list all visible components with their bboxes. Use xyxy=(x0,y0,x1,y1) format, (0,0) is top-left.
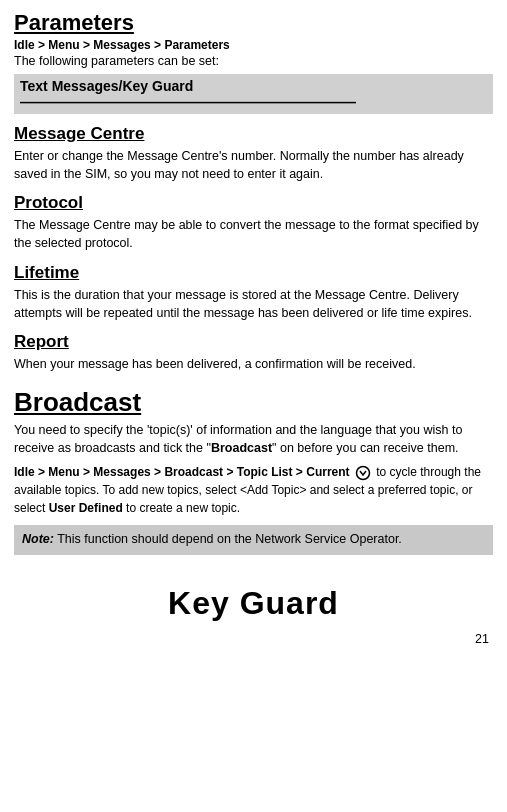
broadcast-nav-path: Idle > Menu > Messages > Broadcast > Top… xyxy=(14,465,350,479)
svg-point-0 xyxy=(356,466,369,479)
note-box: Note: This function should depend on the… xyxy=(14,525,493,555)
lifetime-heading: Lifetime xyxy=(14,263,493,283)
broadcast-nav: Idle > Menu > Messages > Broadcast > Top… xyxy=(14,463,493,517)
report-text: When your message has been delivered, a … xyxy=(14,355,493,373)
protocol-heading: Protocol xyxy=(14,193,493,213)
breadcrumb: Idle > Menu > Messages > Parameters xyxy=(14,38,493,52)
user-defined-label: User Defined xyxy=(49,501,123,515)
broadcast-heading: Broadcast xyxy=(14,387,493,418)
message-centre-text: Enter or change the Message Centre's num… xyxy=(14,147,493,183)
lifetime-text: This is the duration that your message i… xyxy=(14,286,493,322)
key-guard-section: Key Guard xyxy=(14,585,493,622)
nav-icon xyxy=(353,465,376,479)
key-guard-title: Key Guard xyxy=(14,585,493,622)
broadcast-text: You need to specify the 'topic(s)' of in… xyxy=(14,421,493,457)
page-title: Parameters xyxy=(14,10,493,36)
protocol-text: The Message Centre may be able to conver… xyxy=(14,216,493,252)
note-text: This function should depend on the Netwo… xyxy=(54,532,402,546)
page-number: 21 xyxy=(14,632,493,646)
note-label: Note: xyxy=(22,532,54,546)
intro-text: The following parameters can be set: xyxy=(14,54,493,68)
message-centre-heading: Message Centre xyxy=(14,124,493,144)
broadcast-nav-end: to create a new topic. xyxy=(123,501,240,515)
broadcast-bold: Broadcast xyxy=(211,441,272,455)
report-heading: Report xyxy=(14,332,493,352)
section-divider: Text Messages/Key Guard ————————————————… xyxy=(14,74,493,114)
